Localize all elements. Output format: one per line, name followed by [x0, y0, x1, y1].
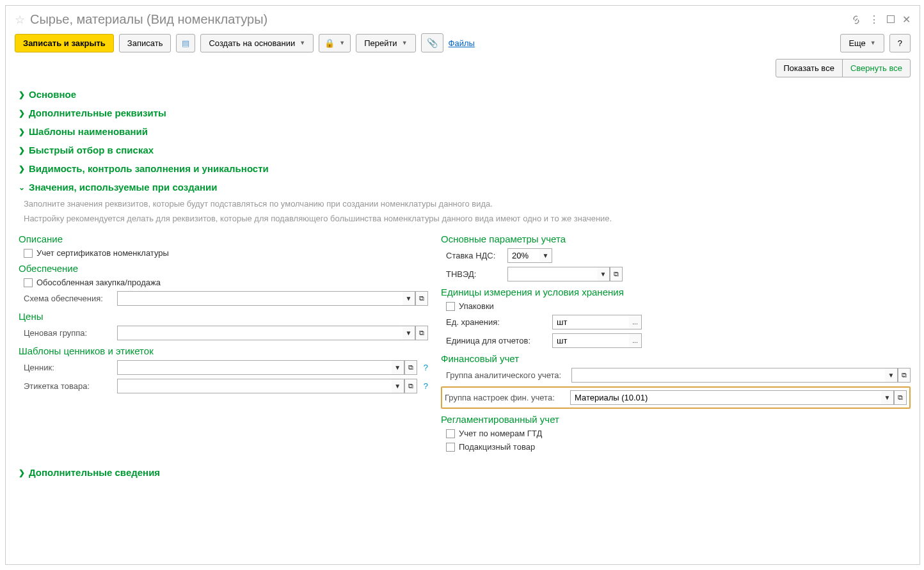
dropdown-button[interactable]: ▼: [402, 326, 415, 340]
open-dialog-button[interactable]: ⧉: [894, 390, 907, 405]
help-icon[interactable]: ?: [424, 381, 428, 391]
help-button[interactable]: ?: [889, 34, 911, 52]
fin-settings-input[interactable]: [570, 390, 881, 405]
vat-input[interactable]: [507, 248, 539, 263]
price-group-label: Ценовая группа:: [24, 328, 113, 338]
goods-label-input-combo: ▼ ⧉: [117, 379, 417, 393]
ellipsis-button[interactable]: ...: [629, 315, 642, 329]
close-icon[interactable]: ✕: [902, 13, 911, 26]
save-and-close-button[interactable]: Записать и закрыть: [15, 34, 114, 52]
list-icon: ▤: [182, 38, 189, 48]
chevron-down-icon: ▼: [299, 40, 305, 46]
fin-settings-row: Группа настроек фин. учета: ▼ ⧉: [445, 390, 907, 405]
separate-purchase-row: Обособленная закупка/продажа: [24, 278, 428, 287]
open-dialog-button[interactable]: ⧉: [404, 379, 417, 393]
gtd-checkbox[interactable]: [446, 429, 455, 438]
goto-button[interactable]: Перейти▼: [356, 34, 415, 52]
excise-label: Подакцизный товар: [459, 442, 535, 452]
window-title: Сырье, материалы (Вид номенклатуры): [30, 12, 851, 27]
dropdown-button[interactable]: ▼: [597, 267, 610, 281]
left-column: Описание Учет сертификатов номенклатуры …: [19, 228, 428, 455]
dropdown-button[interactable]: ▼: [885, 368, 898, 383]
create-based-on-button[interactable]: Создать на основании▼: [200, 34, 314, 52]
section-defaults[interactable]: ⌄Значения, используемые при создании: [19, 178, 911, 196]
separate-purchase-label: Обособленная закупка/продажа: [36, 278, 161, 287]
cert-accounting-row: Учет сертификатов номенклатуры: [24, 248, 428, 258]
link-icon[interactable]: [851, 15, 861, 25]
lock-dropdown-button[interactable]: 🔒▼: [319, 34, 351, 52]
dropdown-button[interactable]: ▼: [402, 291, 415, 306]
collapse-all-button[interactable]: Свернуть все: [842, 59, 911, 77]
section-name-templates[interactable]: ❯Шаблоны наименований: [19, 122, 911, 141]
save-button[interactable]: Записать: [119, 34, 171, 52]
expand-collapse-toolbar: Показать все Свернуть все: [15, 59, 911, 77]
dropdown-button[interactable]: ▼: [392, 379, 404, 393]
chevron-down-icon: ▼: [402, 40, 408, 46]
open-dialog-button[interactable]: ⧉: [415, 291, 428, 306]
more-button[interactable]: Еще▼: [840, 34, 884, 52]
price-tag-input[interactable]: [117, 360, 392, 375]
section-extra-info[interactable]: ❯Дополнительные сведения: [19, 463, 911, 482]
report-unit-label: Единица для отчетов:: [446, 336, 548, 345]
price-tag-row: Ценник: ▼ ⧉ ?: [24, 360, 428, 375]
ellipsis-button[interactable]: ...: [629, 333, 642, 348]
hint-text-2: Настройку рекомендуется делать для рекви…: [24, 214, 911, 223]
regulated-title: Регламентированный учет: [441, 414, 911, 425]
favorite-star-icon[interactable]: ☆: [15, 13, 25, 27]
dropdown-button[interactable]: ▼: [539, 248, 552, 263]
report-unit-input[interactable]: [552, 333, 629, 348]
cert-accounting-checkbox[interactable]: [24, 249, 33, 258]
gtd-label: Учет по номерам ГТД: [459, 429, 542, 438]
goods-label-input[interactable]: [117, 379, 392, 393]
storage-unit-row: Ед. хранения: ...: [446, 315, 911, 329]
dropdown-button[interactable]: ▼: [392, 360, 404, 375]
separate-purchase-checkbox[interactable]: [24, 278, 33, 287]
vat-label: Ставка НДС:: [446, 251, 504, 260]
section-additional[interactable]: ❯Дополнительные реквизиты: [19, 104, 911, 122]
packaging-checkbox[interactable]: [446, 302, 455, 311]
goods-label-row: Этикетка товара: ▼ ⧉ ?: [24, 379, 428, 393]
titlebar: ☆ Сырье, материалы (Вид номенклатуры) ⋮ …: [15, 12, 911, 27]
tnved-label: ТНВЭД:: [446, 269, 504, 279]
prices-title: Цены: [19, 311, 428, 322]
open-dialog-button[interactable]: ⧉: [404, 360, 417, 375]
dropdown-button[interactable]: ▼: [881, 390, 894, 405]
section-main[interactable]: ❯Основное: [19, 85, 911, 104]
section-visibility[interactable]: ❯Видимость, контроль заполнения и уникал…: [19, 159, 911, 178]
excise-row: Подакцизный товар: [446, 442, 911, 452]
goods-label-label: Этикетка товара:: [24, 381, 113, 391]
hint-text-1: Заполните значения реквизитов, которые б…: [24, 199, 911, 209]
accounting-params-title: Основные параметры учета: [441, 234, 911, 244]
chevron-down-icon: ▼: [339, 40, 345, 46]
provision-scheme-input[interactable]: [117, 291, 402, 306]
report-unit-input-combo: ...: [552, 333, 642, 348]
list-icon-button[interactable]: ▤: [176, 34, 195, 52]
tnved-input[interactable]: [507, 267, 597, 281]
help-icon[interactable]: ?: [424, 363, 428, 372]
excise-checkbox[interactable]: [446, 443, 455, 452]
gtd-row: Учет по номерам ГТД: [446, 429, 911, 438]
storage-unit-input[interactable]: [552, 315, 629, 329]
section-quick-filter[interactable]: ❯Быстрый отбор в списках: [19, 141, 911, 159]
files-link[interactable]: Файлы: [449, 38, 475, 48]
open-dialog-button[interactable]: ⧉: [898, 368, 911, 383]
maximize-icon[interactable]: [887, 14, 895, 26]
open-dialog-button[interactable]: ⧉: [610, 267, 623, 281]
fin-title: Финансовый учет: [441, 353, 911, 364]
kebab-menu-icon[interactable]: ⋮: [869, 13, 879, 26]
window: ☆ Сырье, материалы (Вид номенклатуры) ⋮ …: [5, 5, 920, 565]
provision-scheme-label: Схема обеспечения:: [24, 294, 113, 303]
expand-collapse-group: Показать все Свернуть все: [776, 59, 911, 77]
analytic-group-input[interactable]: [571, 368, 885, 383]
fin-settings-highlight: Группа настроек фин. учета: ▼ ⧉: [441, 386, 911, 409]
open-dialog-button[interactable]: ⧉: [415, 326, 428, 340]
show-all-button[interactable]: Показать все: [776, 59, 843, 77]
right-column: Основные параметры учета Ставка НДС: ▼ Т…: [441, 228, 911, 455]
titlebar-controls: ⋮ ✕: [851, 13, 911, 26]
tnved-input-combo: ▼ ⧉: [507, 267, 623, 281]
chevron-right-icon: ❯: [19, 468, 25, 477]
attachment-button[interactable]: 📎: [421, 33, 443, 52]
cert-accounting-label: Учет сертификатов номенклатуры: [36, 248, 169, 258]
analytic-group-row: Группа аналитического учета: ▼ ⧉: [446, 368, 911, 383]
price-group-input[interactable]: [117, 326, 402, 340]
